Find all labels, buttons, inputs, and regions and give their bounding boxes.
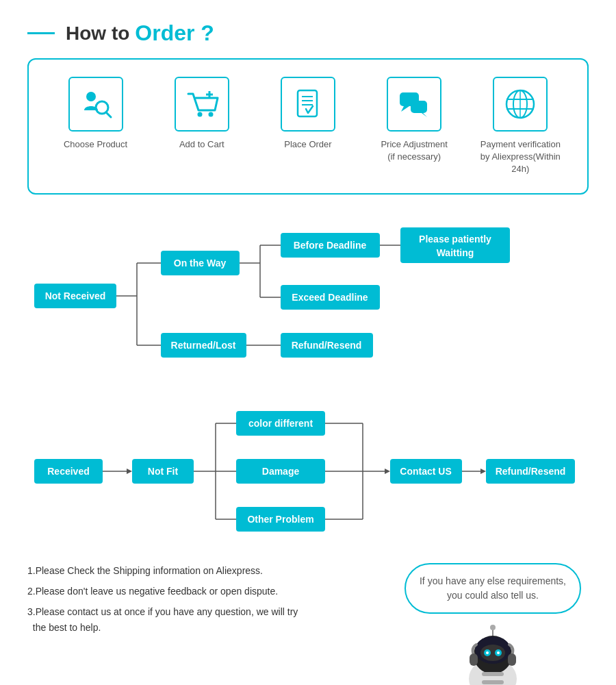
not-received-label: Not Received bbox=[45, 290, 106, 301]
robot-icon bbox=[452, 617, 534, 685]
svg-marker-12 bbox=[401, 106, 409, 112]
not-received-section: Not Received On the Way Before Deadline … bbox=[0, 208, 616, 396]
note-1: 1.Please Check the Shipping information … bbox=[27, 563, 383, 578]
payment-verification-label: Payment verificationby Aliexpress(Within… bbox=[472, 138, 568, 176]
received-flowchart: Received Not Fit color different Damage … bbox=[27, 403, 589, 540]
choose-product-label: Choose Product bbox=[64, 138, 127, 151]
note-2: 2.Please don't leave us negative feedbac… bbox=[27, 584, 383, 599]
on-the-way-label: On the Way bbox=[174, 258, 227, 269]
exceed-deadline-label: Exceed Deadline bbox=[292, 292, 368, 303]
add-to-cart-icon bbox=[185, 87, 219, 121]
svg-point-4 bbox=[208, 112, 213, 117]
svg-rect-13 bbox=[411, 101, 427, 113]
svg-line-2 bbox=[106, 112, 111, 117]
notes-section: 1.Please Check the Shipping information … bbox=[27, 563, 383, 641]
title-highlight: Order ? bbox=[135, 21, 214, 46]
svg-point-0 bbox=[86, 92, 96, 101]
svg-rect-72 bbox=[482, 672, 504, 676]
returned-lost-label: Returned/Lost bbox=[171, 340, 236, 351]
please-wait-label: Please patiently bbox=[419, 234, 491, 245]
damage-label: Damage bbox=[262, 466, 300, 477]
svg-rect-71 bbox=[508, 653, 516, 666]
step-choose-product: Choose Product bbox=[48, 77, 144, 151]
robot-bubble-section: If you have any else requirements,you co… bbox=[397, 563, 589, 685]
add-to-cart-label: Add to Cart bbox=[179, 138, 224, 151]
step-price-adjustment: Price Adjustment(if necessary) bbox=[366, 77, 462, 163]
received-label: Received bbox=[47, 466, 89, 477]
step-add-to-cart: Add to Cart bbox=[154, 77, 250, 151]
svg-marker-40 bbox=[127, 469, 132, 474]
place-order-icon bbox=[291, 87, 325, 121]
place-order-icon-box bbox=[281, 77, 335, 132]
svg-marker-55 bbox=[385, 469, 390, 474]
before-deadline-label: Before Deadline bbox=[294, 240, 367, 251]
svg-point-67 bbox=[497, 651, 500, 654]
note-3: 3.Please contact us at once if you have … bbox=[27, 604, 383, 635]
payment-verification-icon bbox=[503, 87, 537, 121]
color-different-label: color different bbox=[248, 418, 313, 429]
place-order-label: Place Order bbox=[284, 138, 331, 151]
contact-us-label: Contact US bbox=[400, 466, 451, 477]
title-line bbox=[27, 32, 55, 34]
price-adjustment-icon bbox=[397, 87, 431, 121]
price-adjustment-label: Price Adjustment(if necessary) bbox=[381, 138, 448, 163]
refund-resend2-label: Refund/Resend bbox=[496, 466, 566, 477]
section-title: How to Order ? bbox=[27, 21, 589, 46]
choose-product-icon bbox=[79, 87, 113, 121]
order-steps-box: Choose Product Add to Cart bbox=[27, 58, 589, 195]
how-to-order-section: How to Order ? Choose Product bbox=[0, 0, 616, 208]
not-received-flowchart: Not Received On the Way Before Deadline … bbox=[27, 222, 589, 379]
not-fit-label: Not Fit bbox=[148, 466, 179, 477]
title-prefix: How to bbox=[66, 23, 129, 45]
svg-point-69 bbox=[490, 625, 496, 630]
svg-rect-70 bbox=[470, 653, 478, 666]
svg-text:Waitting: Waitting bbox=[437, 247, 474, 258]
choose-product-icon-box bbox=[68, 77, 123, 132]
svg-rect-73 bbox=[482, 680, 504, 684]
bottom-section: 1.Please Check the Shipping information … bbox=[0, 549, 616, 685]
received-section: Received Not Fit color different Damage … bbox=[0, 396, 616, 549]
step-place-order: Place Order bbox=[260, 77, 356, 151]
svg-marker-58 bbox=[480, 469, 486, 474]
step-payment-verification: Payment verificationby Aliexpress(Within… bbox=[472, 77, 568, 176]
other-problem-label: Other Problem bbox=[247, 514, 313, 525]
svg-marker-14 bbox=[422, 113, 427, 117]
svg-point-3 bbox=[197, 112, 202, 117]
bubble-text: If you have any else requirements,you co… bbox=[405, 563, 581, 614]
refund-resend-label: Refund/Resend bbox=[292, 340, 362, 351]
svg-point-66 bbox=[486, 651, 489, 654]
price-adjustment-icon-box bbox=[387, 77, 441, 132]
add-to-cart-icon-box bbox=[175, 77, 229, 132]
payment-verification-icon-box bbox=[493, 77, 548, 132]
